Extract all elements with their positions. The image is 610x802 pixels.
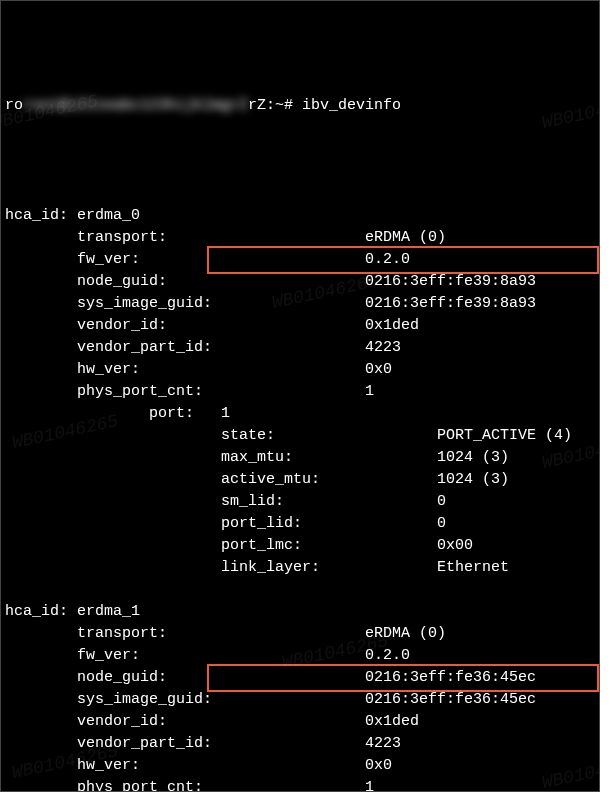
device-attr-row: fw_ver: 0.2.0	[5, 645, 595, 667]
port-attr-row: port_lmc: 0x00	[5, 535, 595, 557]
device-attr-row: hw_ver: 0x0	[5, 359, 595, 381]
device-attr-row: sys_image_guid: 0216:3eff:fe36:45ec	[5, 689, 595, 711]
hca-id-line: hca_id: erdma_0	[5, 205, 595, 227]
device-attr-row: fw_ver: 0.2.0	[5, 249, 595, 271]
port-line: port: 1	[5, 403, 595, 425]
device-attr-row: vendor_part_id: 4223	[5, 733, 595, 755]
prompt-user-host: roroot@iZ2zeabc123hijklmgrZrZ	[5, 97, 266, 114]
hca-id-line: hca_id: erdma_1	[5, 601, 595, 623]
device-attr-row: node_guid: 0216:3eff:fe39:8a93	[5, 271, 595, 293]
device-attr-row: phys_port_cnt: 1	[5, 777, 595, 792]
port-attr-row: active_mtu: 1024 (3)	[5, 469, 595, 491]
device-attr-row: phys_port_cnt: 1	[5, 381, 595, 403]
port-attr-row: link_layer: Ethernet	[5, 557, 595, 579]
device-attr-row: node_guid: 0216:3eff:fe36:45ec	[5, 667, 595, 689]
blank-line	[5, 579, 595, 601]
device-attr-row: vendor_part_id: 4223	[5, 337, 595, 359]
device-attr-row: transport: eRDMA (0)	[5, 623, 595, 645]
prompt-path: :~#	[266, 97, 293, 114]
device-attr-row: vendor_id: 0x1ded	[5, 315, 595, 337]
port-state-row: state: PORT_ACTIVE (4)	[5, 425, 595, 447]
command: ibv_devinfo	[302, 97, 401, 114]
port-attr-row: port_lid: 0	[5, 513, 595, 535]
device-attr-row: vendor_id: 0x1ded	[5, 711, 595, 733]
terminal-window[interactable]: roroot@iZ2zeabc123hijklmgrZrZ:~# ibv_dev…	[0, 0, 600, 792]
prompt-line: roroot@iZ2zeabc123hijklmgrZrZ:~# ibv_dev…	[5, 95, 595, 117]
device-attr-row: transport: eRDMA (0)	[5, 227, 595, 249]
port-attr-row: max_mtu: 1024 (3)	[5, 447, 595, 469]
device-attr-row: hw_ver: 0x0	[5, 755, 595, 777]
port-attr-row: sm_lid: 0	[5, 491, 595, 513]
device-attr-row: sys_image_guid: 0216:3eff:fe39:8a93	[5, 293, 595, 315]
